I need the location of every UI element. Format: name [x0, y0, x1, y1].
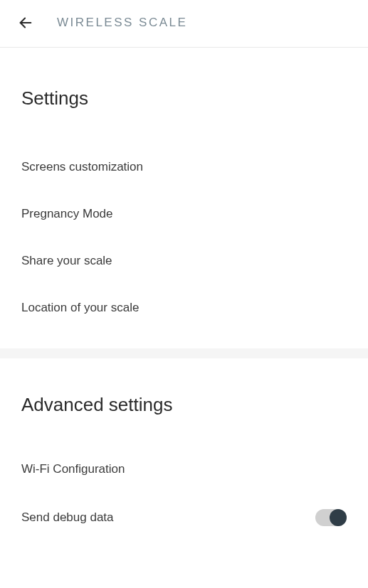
settings-item-location[interactable]: Location of your scale: [21, 284, 347, 331]
advanced-item-debug-data[interactable]: Send debug data: [21, 493, 347, 542]
advanced-item-wifi-config[interactable]: Wi-Fi Configuration: [21, 446, 347, 493]
advanced-item-label: Wi-Fi Configuration: [21, 462, 125, 476]
settings-item-label: Screens customization: [21, 160, 143, 174]
debug-data-toggle[interactable]: [315, 509, 347, 526]
settings-item-screens-customization[interactable]: Screens customization: [21, 144, 347, 191]
settings-section: Settings Screens customization Pregnancy…: [0, 48, 368, 331]
toggle-knob: [330, 509, 347, 526]
settings-item-label: Share your scale: [21, 254, 112, 268]
advanced-title: Advanced settings: [21, 358, 347, 446]
advanced-item-label: Send debug data: [21, 511, 114, 525]
header-title: WIRELESS SCALE: [57, 16, 187, 30]
spacer: [0, 331, 368, 348]
settings-item-label: Location of your scale: [21, 301, 139, 315]
header: WIRELESS SCALE: [0, 0, 368, 48]
section-divider: [0, 348, 368, 358]
settings-title: Settings: [21, 48, 347, 144]
settings-item-label: Pregnancy Mode: [21, 207, 113, 221]
settings-item-pregnancy-mode[interactable]: Pregnancy Mode: [21, 191, 347, 237]
advanced-section: Advanced settings Wi-Fi Configuration Se…: [0, 358, 368, 542]
back-icon[interactable]: [17, 14, 34, 31]
settings-item-share-scale[interactable]: Share your scale: [21, 237, 347, 284]
